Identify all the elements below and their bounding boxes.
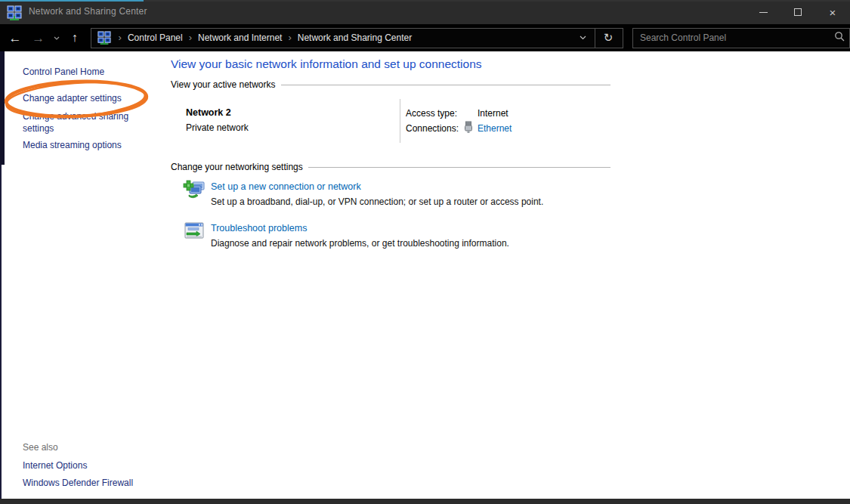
active-networks-section-header: View your active networks: [171, 79, 610, 90]
sidebar-item-internet-options[interactable]: Internet Options: [23, 459, 87, 472]
maximize-icon: [794, 8, 802, 16]
networking-settings-label: Change your networking settings: [171, 162, 303, 172]
access-type-value: Internet: [478, 108, 508, 119]
networking-settings-section-header: Change your networking settings: [171, 162, 610, 172]
sidebar-item-windows-defender-firewall[interactable]: Windows Defender Firewall: [23, 477, 133, 489]
chevron-down-icon: [580, 36, 586, 40]
forward-icon: →: [32, 32, 45, 45]
breadcrumb-network-and-internet[interactable]: Network and Internet: [198, 32, 282, 43]
refresh-icon: ↻: [604, 31, 614, 44]
access-type-label: Access type:: [406, 108, 457, 119]
back-button[interactable]: ←: [3, 26, 27, 49]
titlebar: Network and Sharing Center ×: [0, 0, 850, 24]
new-connection-icon: [183, 178, 206, 201]
troubleshoot-icon: [183, 220, 206, 243]
troubleshoot-description: Diagnose and repair network problems, or…: [211, 238, 509, 249]
window-bottom-edge: [0, 499, 850, 504]
up-icon: ↑: [72, 32, 78, 44]
close-icon: ×: [830, 6, 836, 19]
window-body: Control Panel Home Change adapter settin…: [0, 51, 850, 499]
page-title: View your basic network information and …: [171, 57, 482, 71]
ethernet-plug-icon: [464, 121, 473, 136]
refresh-button[interactable]: ↻: [597, 29, 620, 48]
maximize-button[interactable]: [780, 0, 815, 24]
sidebar-item-control-panel-home[interactable]: Control Panel Home: [23, 66, 104, 78]
window-controls: ×: [746, 0, 850, 24]
search-icon[interactable]: [834, 31, 845, 45]
troubleshoot-link[interactable]: Troubleshoot problems: [211, 223, 307, 233]
sidebar-item-media-streaming-options[interactable]: Media streaming options: [23, 139, 122, 151]
see-also-heading: See also: [23, 442, 58, 453]
network-type: Private network: [186, 122, 249, 133]
setup-connection-link[interactable]: Set up a new connection or network: [211, 181, 361, 192]
search-input[interactable]: [640, 32, 834, 43]
address-bar: › Control Panel › Network and Internet ›…: [91, 28, 623, 48]
breadcrumb-separator-icon: ›: [113, 32, 128, 45]
navigation-bar: ← → ↑ › Control: [0, 24, 850, 51]
network-sharing-center-window: Network and Sharing Center × ← → ↑: [0, 0, 850, 504]
section-rule: [308, 167, 610, 168]
window-top-accent: [0, 0, 144, 2]
forward-button[interactable]: →: [27, 26, 50, 49]
network-sharing-center-icon: [7, 5, 22, 20]
recent-locations-dropdown[interactable]: [50, 26, 63, 49]
minimize-button[interactable]: [746, 0, 780, 24]
sidebar-item-change-adapter-settings[interactable]: Change adapter settings: [23, 92, 122, 104]
breadcrumb-app-icon[interactable]: [97, 31, 111, 45]
setup-connection-description: Set up a broadband, dial-up, or VPN conn…: [211, 196, 543, 207]
sidebar: Control Panel Home Change adapter settin…: [2, 51, 162, 499]
section-rule: [281, 85, 610, 85]
close-button[interactable]: ×: [815, 0, 850, 24]
network-name: Network 2: [186, 107, 231, 118]
breadcrumb-separator-icon: ›: [183, 32, 198, 45]
network-details-divider: [400, 99, 400, 143]
back-icon: ←: [8, 32, 21, 45]
breadcrumb-separator-icon: ›: [282, 32, 297, 45]
address-dropdown-button[interactable]: [572, 29, 593, 48]
minimize-icon: [759, 12, 768, 13]
window-title: Network and Sharing Center: [29, 6, 147, 17]
ethernet-link[interactable]: Ethernet: [478, 123, 512, 134]
addressbar-divider: [595, 29, 595, 48]
up-button[interactable]: ↑: [63, 26, 86, 49]
main-content: View your basic network information and …: [171, 51, 617, 499]
chevron-down-icon: [54, 36, 60, 40]
breadcrumb-network-sharing-center[interactable]: Network and Sharing Center: [298, 32, 412, 43]
sidebar-item-change-advanced-sharing-settings[interactable]: Change advanced sharing settings: [23, 110, 136, 135]
connections-label: Connections:: [406, 123, 459, 134]
breadcrumb-control-panel[interactable]: Control Panel: [128, 32, 183, 43]
active-networks-label: View your active networks: [171, 79, 276, 90]
search-box: [632, 28, 850, 48]
